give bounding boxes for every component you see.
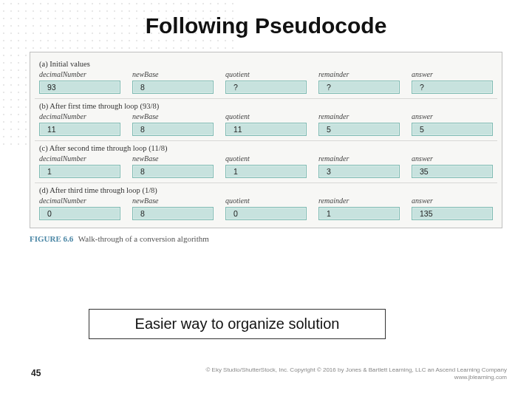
col-decimalnumber: decimalNumber 0: [39, 197, 120, 220]
col-newbase: newBase 8: [132, 154, 214, 178]
section-b-label: (b) After first time through loop (93/8): [39, 102, 494, 110]
section-a: (a) Initial values decimalNumber 93 newB…: [35, 57, 497, 99]
col-head-decimalnumber: decimalNumber: [39, 197, 120, 205]
col-head-quotient: quotient: [225, 154, 307, 163]
cell-value: 1: [225, 165, 307, 178]
cell-value: 8: [132, 165, 214, 178]
col-head-remainder: remainder: [318, 154, 400, 163]
col-quotient: quotient ?: [225, 70, 307, 94]
cell-value: 5: [318, 123, 400, 136]
col-head-remainder: remainder: [318, 112, 400, 120]
copyright-line1: © Eky Studio/ShutterStock, Inc. Copyrigh…: [205, 366, 507, 374]
section-b: (b) After first time through loop (93/8)…: [35, 99, 497, 141]
cell-value: 11: [225, 123, 307, 136]
col-head-newbase: newBase: [132, 112, 214, 120]
col-head-remainder: remainder: [318, 197, 400, 205]
col-head-decimalnumber: decimalNumber: [39, 112, 120, 120]
col-head-quotient: quotient: [225, 197, 307, 205]
slide-title: Following Pseudocode: [0, 0, 532, 46]
col-quotient: quotient 0: [225, 197, 307, 220]
cell-value: 8: [132, 123, 214, 136]
col-head-decimalnumber: decimalNumber: [39, 70, 120, 78]
col-head-quotient: quotient: [225, 70, 307, 78]
cell-value: 8: [132, 81, 214, 94]
col-head-answer: answer: [412, 154, 493, 163]
cell-value: 135: [412, 207, 493, 220]
col-newbase: newBase 8: [132, 70, 214, 94]
col-head-newbase: newBase: [132, 70, 214, 78]
col-head-answer: answer: [412, 70, 493, 78]
col-decimalnumber: decimalNumber 11: [39, 112, 120, 136]
cell-value: ?: [412, 81, 493, 94]
col-decimalnumber: decimalNumber 93: [39, 70, 120, 94]
cell-value: 35: [412, 165, 493, 178]
section-d: (d) After third time through loop (1/8) …: [35, 183, 497, 225]
figure-caption-text: Walk-through of a conversion algorithm: [78, 234, 209, 243]
copyright-line2: www.jblearning.com: [205, 374, 507, 381]
cell-value: 93: [39, 81, 120, 94]
section-c: (c) After second time through loop (11/8…: [35, 141, 497, 183]
col-head-answer: answer: [412, 112, 493, 120]
table-row: decimalNumber 93 newBase 8 quotient ? re…: [38, 70, 494, 94]
col-newbase: newBase 8: [132, 112, 214, 136]
copyright-notice: © Eky Studio/ShutterStock, Inc. Copyrigh…: [205, 366, 507, 381]
section-d-label: (d) After third time through loop (1/8): [39, 186, 494, 194]
table-row: decimalNumber 0 newBase 8 quotient 0 rem…: [38, 197, 494, 220]
col-head-answer: answer: [412, 197, 493, 205]
cell-value: 0: [39, 207, 120, 220]
table-row: decimalNumber 11 newBase 8 quotient 11 r…: [38, 112, 494, 136]
col-answer: answer ?: [412, 70, 493, 94]
section-c-label: (c) After second time through loop (11/8…: [39, 144, 494, 152]
col-head-newbase: newBase: [132, 197, 214, 205]
col-answer: answer 135: [412, 197, 493, 220]
col-decimalnumber: decimalNumber 1: [39, 154, 120, 178]
slide: Following Pseudocode (a) Initial values …: [0, 0, 532, 399]
cell-value: 5: [412, 123, 493, 136]
callout-box: Easier way to organize solution: [89, 309, 386, 339]
col-quotient: quotient 11: [225, 112, 307, 136]
figure-container: (a) Initial values decimalNumber 93 newB…: [30, 52, 502, 243]
section-a-label: (a) Initial values: [39, 60, 494, 68]
cell-value: 11: [39, 123, 120, 136]
col-remainder: remainder 1: [318, 197, 400, 220]
col-newbase: newBase 8: [132, 197, 214, 220]
cell-value: ?: [225, 81, 307, 94]
cell-value: ?: [318, 81, 400, 94]
cell-value: 8: [132, 207, 214, 220]
page-number: 45: [31, 368, 41, 378]
col-remainder: remainder 3: [318, 154, 400, 178]
col-head-remainder: remainder: [318, 70, 400, 78]
col-head-newbase: newBase: [132, 154, 214, 163]
table-row: decimalNumber 1 newBase 8 quotient 1 rem…: [38, 154, 494, 178]
col-head-quotient: quotient: [225, 112, 307, 120]
figure-number: FIGURE 6.6: [30, 234, 73, 243]
col-remainder: remainder ?: [318, 70, 400, 94]
col-quotient: quotient 1: [225, 154, 307, 178]
cell-value: 3: [318, 165, 400, 178]
figure-box: (a) Initial values decimalNumber 93 newB…: [30, 52, 502, 228]
cell-value: 1: [318, 207, 400, 220]
col-answer: answer 35: [412, 154, 493, 178]
figure-caption: FIGURE 6.6 Walk-through of a conversion …: [30, 234, 502, 243]
cell-value: 1: [39, 165, 120, 178]
col-head-decimalnumber: decimalNumber: [39, 154, 120, 163]
cell-value: 0: [225, 207, 307, 220]
col-remainder: remainder 5: [318, 112, 400, 136]
col-answer: answer 5: [412, 112, 493, 136]
